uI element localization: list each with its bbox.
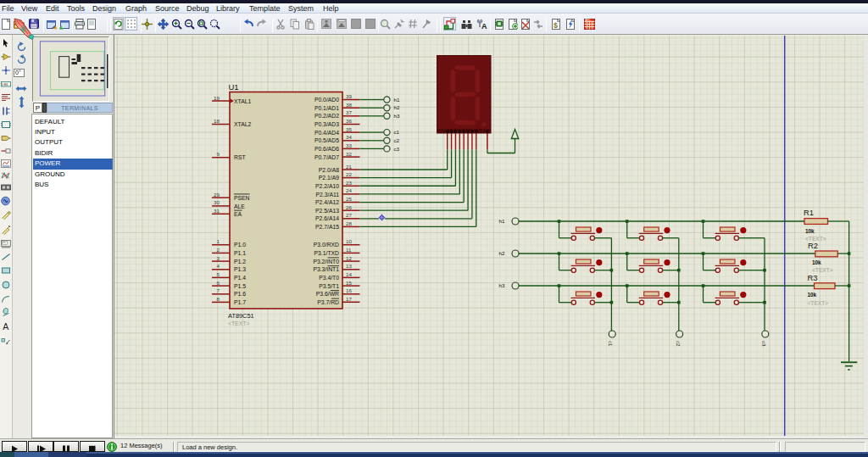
svg-text:37: 37 [346,109,352,115]
svg-text:P3.5/T1: P3.5/T1 [319,283,339,289]
svg-text:28: 28 [346,220,352,226]
svg-text:A: A [3,321,8,332]
svg-text:R2: R2 [808,242,818,250]
svg-text:29: 29 [214,192,220,198]
svg-text:<TEXT>: <TEXT> [805,236,826,242]
svg-text:10k: 10k [805,228,815,234]
svg-text:P0.2/AD2: P0.2/AD2 [314,113,339,119]
svg-text:P1.3: P1.3 [234,266,246,272]
svg-text:P0.0/AD0: P0.0/AD0 [314,97,339,103]
svg-text:23: 23 [346,180,352,186]
svg-text:P1.2: P1.2 [234,259,246,265]
svg-text:14: 14 [346,271,352,277]
svg-text:P0.6/AD6: P0.6/AD6 [314,146,339,152]
svg-text:P2.6/A14: P2.6/A14 [315,215,339,221]
svg-text:U1: U1 [229,82,239,92]
svg-text:P3.7/RD: P3.7/RD [317,299,339,305]
svg-text:4: 4 [217,263,220,269]
svg-text:15: 15 [346,280,352,286]
svg-text:P0.4/AD4: P0.4/AD4 [314,130,339,136]
svg-text:h3: h3 [499,282,505,288]
svg-text:P2.2/A10: P2.2/A10 [315,183,339,189]
svg-text:36: 36 [346,118,352,124]
svg-text:P1.4: P1.4 [234,275,246,281]
svg-text:c2: c2 [394,137,400,143]
svg-text:A: A [481,22,487,30]
svg-text:P3.4/T0: P3.4/T0 [319,275,339,281]
svg-text:P3.0/RXD: P3.0/RXD [314,242,339,248]
svg-text:P2.3/A11: P2.3/A11 [316,192,340,198]
svg-text:ALE: ALE [234,203,245,209]
svg-text:8: 8 [217,296,220,302]
svg-text:5: 5 [217,271,220,277]
svg-text:XTAL1: XTAL1 [234,98,251,104]
svg-text:<TEXT>: <TEXT> [808,300,829,306]
svg-text:39: 39 [346,93,352,99]
svg-text:11: 11 [346,247,352,253]
svg-text:19: 19 [214,95,220,101]
svg-text:c3: c3 [394,146,400,152]
svg-text:2: 2 [217,247,220,253]
svg-text:LBL: LBL [2,82,8,86]
svg-text:h1: h1 [499,218,505,224]
svg-text:P3.3/INT1: P3.3/INT1 [313,266,339,272]
svg-text:P2.7/A15: P2.7/A15 [315,224,339,230]
svg-text:25: 25 [346,196,352,202]
svg-text:10: 10 [346,238,352,244]
svg-text:10k: 10k [808,292,817,298]
svg-text:9: 9 [217,151,220,157]
svg-text:22: 22 [346,171,352,177]
svg-text:c1: c1 [608,341,614,347]
svg-text:h2: h2 [499,250,505,256]
svg-text:P3.6/WR: P3.6/WR [316,291,339,297]
svg-text:AT89C51: AT89C51 [228,312,254,320]
svg-text:EA: EA [234,211,242,217]
svg-text:7: 7 [217,287,220,293]
svg-text:24: 24 [346,187,352,193]
svg-text:35: 35 [346,126,352,132]
svg-text:27: 27 [346,212,352,218]
svg-text:31: 31 [214,208,220,214]
svg-text:c3: c3 [761,341,767,347]
svg-text:12: 12 [346,255,352,261]
svg-text:P0.3/AD3: P0.3/AD3 [314,121,339,127]
svg-text:R3: R3 [808,274,818,282]
svg-text:<TEXT>: <TEXT> [228,320,249,326]
svg-text:38: 38 [346,102,352,108]
svg-text:6: 6 [217,280,220,286]
svg-text:P1.5: P1.5 [234,283,246,289]
svg-text:P0.1/AD1: P0.1/AD1 [314,105,339,111]
svg-text:c2: c2 [676,341,682,347]
svg-text:P2.0/A8: P2.0/A8 [319,167,339,173]
svg-text:P1.7: P1.7 [234,299,246,305]
svg-text:P0.5/AD5: P0.5/AD5 [314,137,339,143]
svg-text:P2.1/A9: P2.1/A9 [319,175,339,181]
svg-text:13: 13 [346,263,352,269]
svg-text:17: 17 [346,296,352,302]
svg-text:P1.6: P1.6 [234,291,246,297]
svg-text:3: 3 [217,255,220,261]
svg-text:26: 26 [346,204,352,210]
svg-text:30: 30 [214,199,220,205]
svg-text:P2.4/A12: P2.4/A12 [315,199,339,205]
svg-text:1: 1 [217,238,220,244]
svg-text:P3.2/INT0: P3.2/INT0 [313,259,339,265]
svg-text:BFC: BFC [586,19,592,22]
svg-text:P1.0: P1.0 [234,242,246,248]
svg-text:P3.1/TXD: P3.1/TXD [314,250,340,256]
svg-text:XTAL2: XTAL2 [234,121,251,127]
svg-text:h1: h1 [394,97,400,103]
svg-text:32: 32 [346,151,352,157]
svg-text:34: 34 [346,134,352,140]
svg-text:21: 21 [346,164,352,170]
svg-text:RST: RST [234,154,246,160]
svg-text:18: 18 [214,118,220,124]
svg-text:R1: R1 [804,209,814,217]
svg-text:10k: 10k [812,259,821,265]
svg-text:h2: h2 [394,104,400,110]
svg-text:P2.5/A13: P2.5/A13 [315,208,339,214]
svg-text:16: 16 [346,287,352,293]
svg-text:33: 33 [346,142,352,148]
svg-text:P1.1: P1.1 [234,250,246,256]
svg-text:c1: c1 [394,129,400,135]
